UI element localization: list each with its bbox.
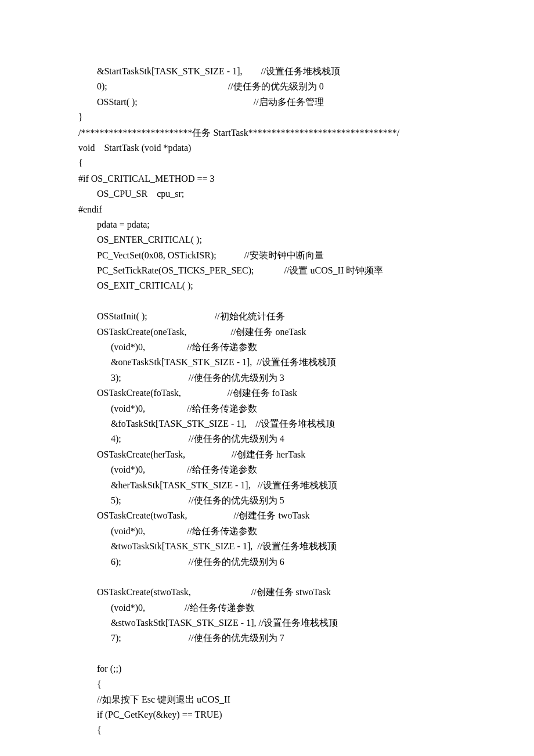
- code-line: }: [78, 110, 456, 125]
- code-line: 3); //使任务的优先级别为 3: [78, 370, 456, 386]
- code-line: OS_CPU_SR cpu_sr;: [78, 186, 456, 201]
- code-line: &twoTaskStk[TASK_STK_SIZE - 1], //设置任务堆栈…: [78, 539, 456, 554]
- code-line: OSTaskCreate(herTask, //创建任务 herTask: [78, 447, 456, 462]
- code-line: PC_VectSet(0x08, OSTickISR); //安装时钟中断向量: [78, 248, 456, 263]
- code-line: PC_SetTickRate(OS_TICKS_PER_SEC); //设置 u…: [78, 263, 456, 278]
- code-line: /************************任务 StartTask***…: [78, 125, 456, 141]
- code-line: 6); //使任务的优先级别为 6: [78, 555, 456, 570]
- code-line: OSTaskCreate(twoTask, //创建任务 twoTask: [78, 508, 456, 523]
- code-line: OSStatInit( ); //初始化统计任务: [78, 309, 456, 324]
- code-line: &herTaskStk[TASK_STK_SIZE - 1], //设置任务堆栈…: [78, 478, 456, 493]
- code-line: OSTaskCreate(foTask, //创建任务 foTask: [78, 386, 456, 401]
- code-line: (void*)0, //给任务传递参数: [78, 401, 456, 416]
- code-line: (void*)0, //给任务传递参数: [78, 600, 456, 615]
- code-line: {: [78, 677, 456, 692]
- code-line: OSTaskCreate(oneTask, //创建任务 oneTask: [78, 325, 456, 340]
- code-line: (void*)0, //给任务传递参数: [78, 524, 456, 539]
- code-line: for (;;): [78, 661, 456, 676]
- code-line: 7); //使任务的优先级别为 7: [78, 631, 456, 646]
- code-line: OSStart( ); //启动多任务管理: [78, 95, 456, 110]
- code-line: 0); //使任务的优先级别为 0: [78, 79, 456, 94]
- code-line: OS_ENTER_CRITICAL( );: [78, 232, 456, 247]
- code-line: OSTaskCreate(stwoTask, //创建任务 stwoTask: [78, 585, 456, 600]
- code-line: (void*)0, //给任务传递参数: [78, 340, 456, 355]
- code-line: if (PC_GetKey(&key) == TRUE): [78, 707, 456, 722]
- code-line: [78, 570, 456, 585]
- code-listing: &StartTaskStk[TASK_STK_SIZE - 1], //设置任务…: [78, 64, 456, 738]
- code-line: &foTaskStk[TASK_STK_SIZE - 1], //设置任务堆栈栈…: [78, 416, 456, 431]
- code-line: #endif: [78, 202, 456, 217]
- code-line: #if OS_CRITICAL_METHOD == 3: [78, 171, 456, 186]
- code-line: 5); //使任务的优先级别为 5: [78, 493, 456, 508]
- code-line: pdata = pdata;: [78, 217, 456, 232]
- code-line: [78, 294, 456, 309]
- code-line: //如果按下 Esc 键则退出 uCOS_II: [78, 692, 456, 707]
- code-line: &oneTaskStk[TASK_STK_SIZE - 1], //设置任务堆栈…: [78, 355, 456, 370]
- code-line: 4); //使任务的优先级别为 4: [78, 431, 456, 447]
- code-line: OS_EXIT_CRITICAL( );: [78, 278, 456, 293]
- code-line: (void*)0, //给任务传递参数: [78, 462, 456, 477]
- code-line: &StartTaskStk[TASK_STK_SIZE - 1], //设置任务…: [78, 64, 456, 79]
- code-line: void StartTask (void *pdata): [78, 141, 456, 156]
- code-line: {: [78, 156, 456, 171]
- code-line: &stwoTaskStk[TASK_STK_SIZE - 1], //设置任务堆…: [78, 615, 456, 631]
- code-line: [78, 646, 456, 661]
- code-line: {: [78, 723, 456, 738]
